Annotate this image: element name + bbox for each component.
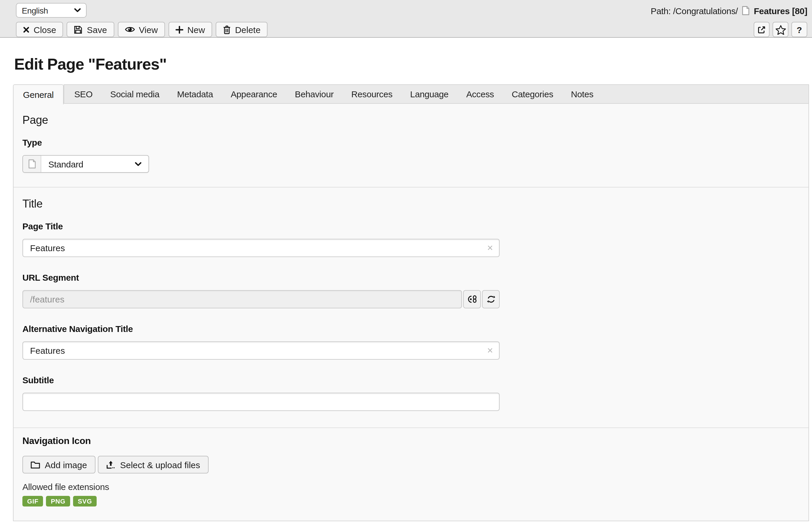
tab-social-media[interactable]: Social media	[101, 85, 168, 103]
chevron-down-icon	[135, 162, 141, 166]
tab-strip: SEO Social media Metadata Appearance Beh…	[64, 84, 809, 104]
url-segment-field-group: URL Segment	[22, 272, 799, 308]
select-upload-files-button[interactable]: Select & upload files	[97, 456, 208, 473]
favorite-star-button[interactable]	[773, 22, 789, 37]
subtitle-input[interactable]	[22, 393, 500, 411]
page-title-input[interactable]	[22, 239, 500, 257]
general-tab-panel: Page Type Standard	[13, 104, 809, 521]
alt-nav-title-field-group: Alternative Navigation Title ✕	[22, 324, 799, 360]
navigation-icon-heading: Navigation Icon	[22, 436, 799, 446]
clear-alt-nav-title-icon[interactable]: ✕	[487, 345, 493, 356]
help-button[interactable]: ?	[791, 22, 807, 37]
extension-badge-png: PNG	[46, 496, 70, 506]
plus-icon	[175, 26, 183, 33]
tab-behaviour[interactable]: Behaviour	[286, 85, 343, 103]
language-select-value: English	[22, 5, 48, 15]
subtitle-label: Subtitle	[22, 375, 799, 385]
tab-general[interactable]: General	[13, 84, 64, 104]
path-label: Path: /Congratulations/	[650, 5, 738, 16]
new-button-label: New	[187, 24, 205, 35]
page-title: Edit Page "Features"	[14, 54, 812, 75]
extension-badge-svg: SVG	[73, 496, 97, 506]
allowed-file-extensions-label: Allowed file extensions	[22, 482, 799, 492]
subtitle-field-wrap	[22, 393, 500, 411]
alt-nav-title-field-wrap: ✕	[22, 341, 500, 360]
allowed-extensions-badges: GIF PNG SVG	[22, 496, 799, 506]
tab-resources[interactable]: Resources	[342, 85, 401, 103]
regenerate-url-button[interactable]	[482, 290, 500, 308]
tab-bar: General SEO Social media Metadata Appear…	[13, 84, 809, 104]
page-section: Page Type Standard	[14, 104, 809, 187]
delete-button-label: Delete	[235, 24, 261, 35]
close-button[interactable]: Close	[16, 22, 63, 37]
quick-actions: ?	[754, 22, 807, 37]
url-segment-label: URL Segment	[22, 272, 799, 283]
page-title-label: Page Title	[22, 221, 799, 231]
subtitle-field-group: Subtitle	[22, 375, 799, 411]
view-button-label: View	[139, 24, 158, 35]
clear-page-title-icon[interactable]: ✕	[487, 243, 493, 253]
save-button-label: Save	[87, 24, 107, 35]
page-type-icon-cell	[23, 156, 41, 172]
tab-notes[interactable]: Notes	[562, 85, 602, 103]
navigation-icon-buttons: Add image Select & upload files	[22, 456, 799, 473]
edit-page-screen: English Close Save	[0, 0, 812, 523]
document-icon	[28, 159, 36, 169]
page-title-field-group: Page Title ✕	[22, 221, 799, 257]
tab-language[interactable]: Language	[401, 85, 457, 103]
breadcrumb: Path: /Congratulations/ Features [80]	[650, 3, 807, 18]
document-icon	[742, 6, 750, 15]
external-link-icon	[757, 25, 766, 34]
tab-categories[interactable]: Categories	[503, 85, 562, 103]
chevron-down-icon	[74, 8, 81, 12]
tab-metadata[interactable]: Metadata	[168, 85, 222, 103]
alt-nav-title-label: Alternative Navigation Title	[22, 324, 799, 334]
star-icon	[775, 24, 786, 35]
view-button[interactable]: View	[117, 22, 165, 37]
save-icon	[74, 25, 83, 34]
page-title-field-wrap: ✕	[22, 239, 500, 257]
top-header-bar: English Close Save	[0, 0, 812, 38]
url-segment-row	[22, 290, 500, 308]
eye-icon	[125, 26, 135, 33]
toolbar: Close Save	[16, 22, 267, 37]
question-mark-icon: ?	[797, 24, 802, 35]
navigation-icon-section: Navigation Icon Add image	[14, 428, 809, 521]
select-upload-files-label: Select & upload files	[120, 459, 200, 470]
trash-icon	[223, 25, 231, 34]
edit-url-button[interactable]	[463, 290, 481, 308]
type-label: Type	[22, 138, 799, 147]
tab-access[interactable]: Access	[457, 85, 503, 103]
folder-icon	[31, 461, 40, 468]
page-type-select[interactable]: Standard	[22, 155, 149, 173]
add-image-button[interactable]: Add image	[22, 456, 95, 473]
close-button-label: Close	[34, 24, 56, 35]
alt-nav-title-input[interactable]	[22, 341, 500, 360]
refresh-icon	[487, 295, 495, 304]
close-icon	[23, 26, 30, 33]
tab-appearance[interactable]: Appearance	[222, 85, 286, 103]
edit-form: General SEO Social media Metadata Appear…	[13, 84, 809, 521]
language-select[interactable]: English	[16, 3, 87, 18]
delete-button[interactable]: Delete	[216, 22, 268, 37]
open-in-new-window-button[interactable]	[754, 22, 770, 37]
page-type-value: Standard	[48, 159, 83, 169]
title-section: Title Page Title ✕ URL Segment	[14, 187, 809, 428]
page-type-dropdown[interactable]: Standard	[41, 156, 149, 172]
link-edit-icon	[467, 295, 477, 304]
tab-seo[interactable]: SEO	[65, 85, 101, 103]
tab-general-label: General	[23, 90, 54, 100]
url-segment-input[interactable]	[22, 290, 462, 308]
extension-badge-gif: GIF	[22, 496, 43, 506]
page-section-heading: Page	[22, 114, 799, 127]
new-button[interactable]: New	[169, 22, 212, 37]
current-page-label: Features [80]	[754, 5, 807, 16]
title-section-heading: Title	[22, 198, 799, 211]
upload-icon	[106, 460, 115, 469]
save-button[interactable]: Save	[67, 22, 114, 37]
add-image-label: Add image	[45, 459, 87, 470]
